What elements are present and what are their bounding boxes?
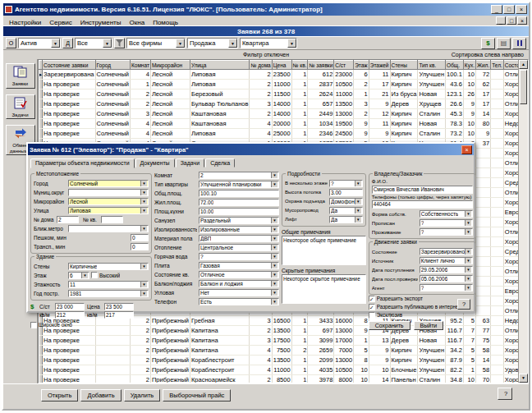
sidebar-item-tasks[interactable]: Задачи [6,94,35,120]
text-input[interactable]: 100.10 [199,190,279,197]
dropdown[interactable]: Домофон▼ [329,198,363,205]
dropdown[interactable]: Отличное▼ [199,271,279,278]
dialog-tab[interactable]: Параметры объекта недвижимости [30,158,135,168]
checkbox[interactable]: ✓ [369,304,375,310]
dropdown[interactable]: Изолированные▼ [199,226,279,233]
hidden-notes-input[interactable]: Некоторое скрытое примечание [282,274,366,304]
column-header[interactable]: Этаж [354,61,369,70]
dialog-tab[interactable]: Сделка [205,158,235,167]
close-button[interactable]: × [516,5,527,14]
bottom-button[interactable]: Удалить [124,389,161,402]
column-header[interactable]: № заявки [308,61,334,70]
column-header[interactable]: Этажей [369,61,390,70]
dropdown[interactable]: Центральное▼ [199,244,279,251]
dialog-tab[interactable]: Документы [135,158,175,167]
column-header[interactable]: № дома [250,61,272,70]
chevron-down-icon[interactable]: ▼ [176,39,185,48]
scroll-down-icon[interactable]: ▼ [519,374,528,383]
chevron-down-icon[interactable]: ▼ [287,39,296,48]
minimize-button[interactable]: _ [491,5,502,14]
table-row[interactable]: На проверкеСолнечный2ЛеснойБерезовый2115… [39,89,530,99]
column-header[interactable]: Тип кв. [418,61,446,70]
menu-item[interactable]: Настройки [5,19,45,26]
table-row[interactable]: На проверке2ПрибрежныйКораблестроит41100… [39,365,530,375]
column-header[interactable]: Цена [272,61,291,70]
dropdown[interactable]: ?▼ [420,284,473,291]
bottom-button[interactable]: Открыть [41,389,78,402]
bottom-button[interactable]: Добавить [80,389,121,402]
dropdown[interactable]: Солнечный▼ [68,180,149,187]
column-header[interactable]: Кух. [463,61,475,70]
menu-item[interactable]: Окна [126,19,149,26]
dropdown[interactable]: ?▼ [199,253,279,260]
dropdown[interactable]: Собственность▼ [420,210,473,218]
column-header[interactable]: Стены [390,61,418,70]
scroll-up-icon[interactable]: ▲ [519,60,528,69]
table-row[interactable]: На проверкеСолнечный1ЛеснойЛиповая211000… [39,80,530,89]
dropdown[interactable]: Да▼ [329,216,363,223]
bottom-button[interactable]: Выборочный прайс [163,389,231,402]
table-row[interactable]: ▸ЗарезервированаСолнечный4ЛеснойЛиповая2… [39,70,530,80]
checkbox[interactable]: ✓ [369,296,375,302]
dropdown[interactable]: Балкон и лоджия▼ [199,280,279,287]
column-header[interactable]: Общ. [446,61,464,70]
price-input[interactable]: 23 500 [104,303,134,310]
vertical-scrollbar[interactable]: ▲ ▼ [518,60,528,383]
cost-input[interactable]: 23 000 [55,303,85,310]
dropdown[interactable]: 29.05.2006▼ [420,266,473,273]
date-toggle-button[interactable]: Д [62,38,73,48]
dropdown[interactable]: Зарезервировано▼ [420,248,473,255]
dropdown[interactable]: Нет▼ [199,289,279,296]
dropdown[interactable]: Лесной▼ [68,198,149,205]
menu-item[interactable]: Сервис [45,19,76,26]
dropdown[interactable]: 1981▼ [68,290,149,297]
column-header[interactable]: Состояние заявки [43,61,95,70]
help-button[interactable]: ? [498,388,512,400]
maximize-button[interactable]: □ [503,5,515,14]
dropdown[interactable]: ?▼ [420,228,473,236]
fio-input[interactable]: Смирнов Вячеслав Иванович [372,186,473,194]
column-header[interactable]: № кв. [291,61,308,70]
dropdown[interactable]: 11▼ [68,281,149,288]
text-input[interactable]: 72.00 [199,199,279,206]
dialog-help-button[interactable]: ? [457,299,470,310]
table-row[interactable]: На проверкеСолнечный2ЛеснойБульвар Тюльп… [39,99,530,109]
save-button[interactable]: Сохранить [369,321,410,330]
dropdown[interactable]: Есть▼ [199,298,279,305]
text-input[interactable]: 10.00 [199,208,279,215]
checkbox[interactable] [91,272,98,278]
chevron-down-icon[interactable]: ▼ [228,39,237,48]
all-filter-combo[interactable]: Все ▼ [75,38,112,48]
dropdown[interactable]: ?▼ [420,219,473,227]
text-input[interactable]: 2 [57,216,79,223]
print-icon[interactable]: ▤ [497,38,511,49]
table-row[interactable]: На проверке2ПрибрежныйКапитана4750022659… [39,346,530,356]
money-icon[interactable]: $ [481,38,495,49]
dropdown[interactable]: 2▼ [199,172,279,179]
chevron-down-icon[interactable]: ▼ [51,39,60,48]
dropdown[interactable]: Да▼ [329,207,363,214]
dropdown[interactable]: ▼ [68,189,149,196]
active-filter-combo[interactable]: Актив ▼ [18,38,61,48]
child-restore-button[interactable]: □ [507,16,516,25]
scrollbar-thumb[interactable] [520,70,527,104]
public-notes-input[interactable]: Некоторое общее примечание [282,236,366,265]
sidebar-item-requests[interactable]: Заявки [6,63,35,89]
table-row[interactable]: На проверке2ПрибрежныйКрасноармейск28500… [39,375,530,384]
dialog-close-button[interactable]: × [461,145,472,154]
child-minimize-button[interactable]: _ [496,16,506,25]
column-header[interactable]: Комнат [131,61,151,70]
chevron-down-icon[interactable]: ▼ [103,39,112,48]
table-row[interactable]: На проверкеСолнечный3ЛеснойКаштановая214… [39,109,530,119]
text-input[interactable] [101,216,123,223]
table-row[interactable]: На проверкеСолнечный4ЛеснойЛиповая425000… [39,129,530,139]
dropdown[interactable]: Газовая▼ [199,262,279,269]
menu-item[interactable]: Инструменты [76,19,126,26]
dropdown[interactable]: Клиент лично▼ [420,257,473,264]
dropdown[interactable]: 05.06.2006▼ [420,275,473,282]
dropdown[interactable]: Улучшенной планировки▼ [199,181,279,188]
column-header[interactable]: Тел. [491,61,504,70]
checkbox[interactable] [30,322,37,328]
dropdown[interactable]: ▼ [68,225,149,232]
text-input[interactable]: 0 [131,243,149,250]
